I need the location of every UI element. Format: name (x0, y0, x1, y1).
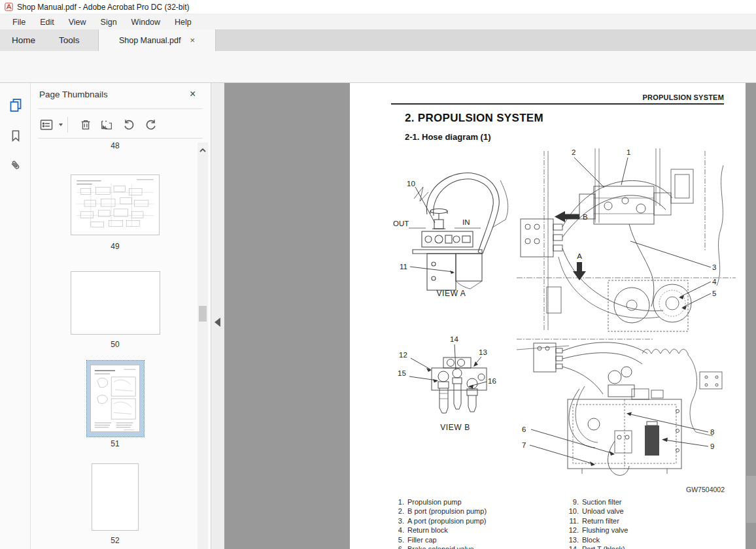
parts-list-right: 9.Suction filter 10.Unload valve 11.Retu… (566, 497, 628, 549)
page-running-header: PROPULSION SYSTEM (643, 93, 724, 101)
thumbnail-label-49: 49 (71, 242, 160, 251)
menu-file[interactable]: File (5, 16, 33, 29)
view-b-caption: VIEW B (440, 423, 470, 432)
menu-window[interactable]: Window (124, 16, 167, 29)
tab-bar: Home Tools Shop Manual.pdf × (0, 29, 756, 51)
view-a-caption: VIEW A (437, 289, 466, 298)
divider (67, 117, 68, 133)
bookmarks-icon[interactable] (8, 128, 24, 144)
callout-5: 5 (712, 290, 716, 297)
insert-page-icon[interactable] (99, 117, 114, 133)
figure-code: GW7504002 (686, 486, 725, 493)
thumbnail-label-50: 50 (71, 340, 160, 349)
thumbnail-49-preview (71, 175, 159, 235)
document-tab-close-icon[interactable]: × (190, 36, 195, 44)
thumbnail-label-51: 51 (71, 439, 160, 448)
callout-10: 10 (407, 180, 415, 188)
callout-7: 7 (522, 441, 526, 449)
attachments-icon[interactable] (8, 158, 24, 173)
panel-edge (211, 83, 224, 549)
document-tab-label: Shop Manual.pdf (119, 36, 181, 45)
menu-sign[interactable]: Sign (94, 16, 124, 29)
part-item: 4.Return block (391, 525, 487, 535)
label-out: OUT (393, 220, 409, 227)
thumbnail-page-50[interactable] (71, 271, 160, 335)
callout-14: 14 (450, 335, 458, 343)
section-title: 2. PROPULSION SYSTEM (405, 112, 543, 125)
part-item: 1.Propulsion pump (391, 497, 487, 507)
menu-view[interactable]: View (61, 16, 94, 29)
part-item: 10.Unload valve (566, 507, 628, 516)
chevron-down-icon[interactable] (59, 124, 63, 126)
parts-list-left: 1.Propulsion pump 2.B port (propulsion p… (391, 497, 487, 549)
view-a-diagram: 10 OUT IN 11 VIEW A (389, 154, 517, 301)
app-tabs: Home Tools (0, 29, 98, 51)
collapse-panel-icon[interactable] (215, 318, 220, 327)
callout-6: 6 (522, 425, 526, 433)
callout-13: 13 (479, 348, 487, 356)
thumbnail-page-52[interactable] (92, 463, 139, 531)
tab-tools[interactable]: Tools (47, 29, 92, 51)
scroll-up-icon[interactable] (199, 146, 207, 154)
panel-close-icon[interactable]: × (190, 88, 196, 100)
thumbnail-page-49[interactable] (71, 175, 160, 235)
nav-rail (0, 83, 31, 549)
thumbnail-51-preview (91, 365, 139, 431)
thumbnail-page-51-selected[interactable] (87, 361, 144, 437)
title-bar: Shop Manual.pdf - Adobe Acrobat Pro DC (… (0, 0, 756, 14)
pdf-page: PROPULSION SYSTEM 2. PROPULSION SYSTEM 2… (350, 83, 746, 549)
callout-1: 1 (627, 148, 630, 156)
panel-scrollbar-thumb[interactable] (199, 306, 207, 322)
part-item: 6.Brake solenoid valve (391, 544, 487, 549)
page-thumbnails-icon[interactable] (8, 97, 24, 113)
callout-16: 16 (488, 377, 496, 385)
thumbnail-label-48: 48 (71, 141, 160, 150)
menu-help[interactable]: Help (167, 16, 199, 29)
callout-15: 15 (398, 369, 406, 377)
hose-diagram-upper: 2 1 B A 3 4 5 (517, 146, 736, 335)
part-item: 9.Suction filter (566, 497, 628, 507)
arrow-a-label: A (577, 252, 582, 260)
main-toolbar: / 198 66.7% (0, 51, 756, 83)
hose-diagram-lower: 6 7 8 9 GW7504002 (517, 326, 736, 496)
acrobat-logo-icon (5, 3, 13, 11)
panel-scrollbar[interactable] (198, 142, 208, 549)
callout-2: 2 (572, 148, 576, 156)
document-area: PROPULSION SYSTEM 2. PROPULSION SYSTEM 2… (224, 83, 756, 549)
document-scrollbar-thumb[interactable] (746, 476, 756, 523)
part-item: 14.Port T (block) (566, 544, 628, 549)
tab-document[interactable]: Shop Manual.pdf × (98, 29, 216, 51)
callout-4: 4 (712, 278, 717, 286)
callout-8: 8 (710, 428, 714, 436)
menu-edit[interactable]: Edit (33, 16, 61, 29)
acrobat-window: Shop Manual.pdf - Adobe Acrobat Pro DC (… (0, 0, 756, 549)
divider (38, 138, 203, 139)
thumbnails-panel: Page Thumbnails × 48 (31, 83, 211, 549)
callout-12: 12 (399, 351, 407, 359)
menu-bar: File Edit View Sign Window Help (0, 14, 756, 29)
tab-home[interactable]: Home (0, 29, 47, 51)
thumbnail-label-52: 52 (71, 536, 160, 545)
part-item: 3.A port (propulsion pump) (391, 516, 487, 525)
part-item: 11.Return filter (566, 516, 628, 525)
panel-title: Page Thumbnails (39, 90, 108, 99)
label-in: IN (462, 218, 470, 226)
callout-9: 9 (710, 442, 714, 450)
header-rule (391, 103, 724, 105)
thumbnail-page-51[interactable] (90, 365, 140, 432)
callout-3: 3 (712, 263, 716, 271)
window-title: Shop Manual.pdf - Adobe Acrobat Pro DC (… (17, 3, 189, 12)
rotate-ccw-icon[interactable] (121, 117, 137, 133)
thumbnail-options-icon[interactable] (39, 117, 54, 133)
divider (38, 108, 203, 109)
view-b-diagram: 14 12 13 15 16 VIEW B (391, 331, 517, 435)
part-item: 13.Block (566, 535, 628, 544)
callout-11: 11 (400, 263, 407, 271)
part-item: 5.Filler cap (391, 535, 487, 544)
part-item: 12.Flushing valve (566, 525, 628, 535)
arrow-b-label: B (583, 213, 588, 221)
delete-page-icon[interactable] (78, 117, 94, 133)
rotate-cw-icon[interactable] (143, 117, 159, 133)
section-subtitle: 2-1. Hose diagram (1) (405, 132, 491, 142)
part-item: 2.B port (propulsion pump) (391, 507, 487, 516)
